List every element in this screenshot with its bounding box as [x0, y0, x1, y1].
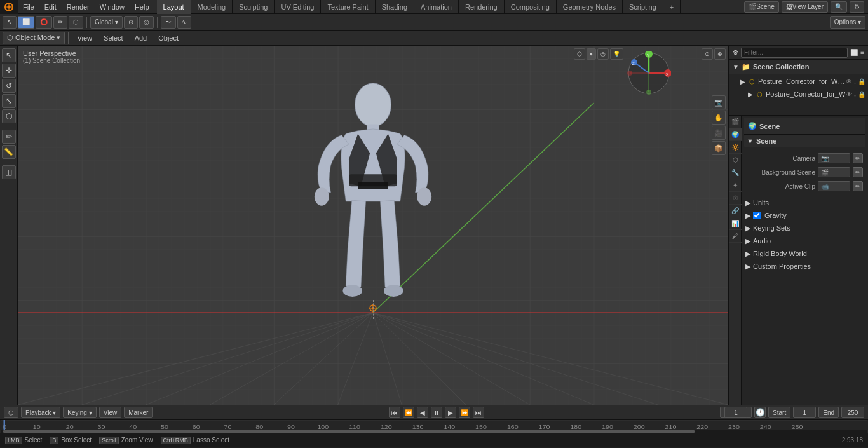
viewport-btn-box[interactable]: 📦	[712, 141, 726, 155]
misc-btn2[interactable]: ∿	[177, 16, 191, 29]
scene-selector[interactable]: 🎬 Scene	[744, 1, 778, 13]
tab-modeling[interactable]: Modeling	[191, 0, 233, 14]
rigid-body-section[interactable]: ▶ Rigid Body World	[744, 247, 865, 260]
active-clip-btn[interactable]: ✏	[853, 181, 863, 191]
tool-select[interactable]: ↖	[2, 48, 16, 62]
shading-solid[interactable]: ●	[587, 48, 596, 60]
start-frame-input[interactable]	[793, 407, 816, 418]
header-add[interactable]: Add	[130, 32, 153, 44]
select-extra-btn[interactable]: ⬡	[69, 16, 83, 29]
filter-btn[interactable]: ⚙	[850, 1, 864, 13]
select-tool-btn[interactable]: ↖	[3, 16, 17, 29]
shading-material[interactable]: ◎	[597, 48, 609, 60]
gravity-section[interactable]: ▶ Gravity	[744, 209, 865, 222]
custom-props-section[interactable]: ▶ Custom Properties	[744, 260, 865, 273]
tab-rendering[interactable]: Rendering	[459, 0, 505, 14]
item-visible-icon-0[interactable]: 👁	[846, 78, 852, 85]
shading-rendered[interactable]: 💡	[610, 48, 623, 60]
jump-start-btn[interactable]: ⏮	[389, 407, 400, 418]
tool-annotate[interactable]: ✏	[2, 130, 16, 144]
transform-type-btn[interactable]: Global ▾	[90, 16, 123, 29]
prop-tab-world[interactable]: 🔆	[729, 141, 742, 154]
units-section[interactable]: ▶ Units	[744, 196, 865, 209]
header-view[interactable]: View	[72, 32, 97, 44]
current-frame-input[interactable]: 1	[724, 407, 747, 418]
menu-render[interactable]: Render	[62, 0, 95, 14]
tab-layout[interactable]: Layout	[157, 0, 191, 14]
header-object[interactable]: Object	[153, 32, 184, 44]
viewport-3d[interactable]: User Perspective (1) Scene Collection X …	[18, 46, 728, 405]
prop-tab-physics[interactable]: ⚛	[729, 192, 742, 205]
tool-transform[interactable]: ⬡	[2, 109, 16, 123]
stop-btn[interactable]: ⏸	[431, 407, 442, 418]
tab-texture-paint[interactable]: Texture Paint	[321, 0, 375, 14]
select-lasso-btn[interactable]: ✏	[53, 16, 67, 29]
prop-tab-particles[interactable]: ✦	[729, 179, 742, 192]
tool-rotate[interactable]: ↺	[2, 79, 16, 93]
tool-add-cube[interactable]: ◫	[2, 165, 16, 179]
menu-edit[interactable]: Edit	[39, 0, 62, 14]
audio-section[interactable]: ▶ Audio	[744, 234, 865, 247]
keying-btn[interactable]: Keying ▾	[63, 407, 96, 418]
outliner-search[interactable]	[741, 48, 848, 58]
prop-tab-material[interactable]: 🖌	[729, 230, 742, 243]
active-clip-value[interactable]: 📹	[818, 181, 850, 191]
tab-sculpting[interactable]: Sculpting	[233, 0, 275, 14]
timeline-view-btn[interactable]: View	[99, 407, 122, 418]
tab-add[interactable]: +	[663, 0, 681, 14]
object-mode-dropdown[interactable]: ⬡ Object Mode ▾	[3, 32, 65, 44]
play-reverse-btn[interactable]: ◀	[417, 407, 428, 418]
end-frame-input[interactable]	[841, 407, 864, 418]
camera-value[interactable]: 📷	[818, 153, 850, 163]
top-search[interactable]: 🔍	[831, 1, 847, 13]
menu-window[interactable]: Window	[95, 0, 130, 14]
viewport-btn-camera[interactable]: 📷	[712, 95, 726, 109]
marker-btn[interactable]: Marker	[124, 407, 153, 418]
prop-tab-modifier[interactable]: 🔧	[729, 166, 742, 179]
select-box-btn[interactable]: ⬜	[18, 16, 34, 29]
select-circle-btn[interactable]: ⭕	[36, 16, 52, 29]
prop-tab-render[interactable]: 🎬	[729, 116, 742, 128]
item-lock-icon-1[interactable]: 🔒	[858, 91, 865, 98]
tool-move[interactable]: ✛	[2, 64, 16, 78]
tool-measure[interactable]: 📏	[2, 145, 16, 159]
prop-tab-scene[interactable]: 🌍	[729, 128, 742, 141]
viewport-btn-render-cam[interactable]: 🎥	[712, 126, 726, 140]
shading-wireframe[interactable]: ⬡	[574, 48, 585, 60]
tab-animation[interactable]: Animation	[414, 0, 459, 14]
step-back-btn[interactable]: ⏪	[403, 407, 414, 418]
jump-end-btn[interactable]: ⏭	[473, 407, 484, 418]
tab-geometry-nodes[interactable]: Geometry Nodes	[557, 0, 623, 14]
outliner-item-0[interactable]: ▶ ⬡ Posture_Corrector_for_Wome 👁 ↓ 🔒	[729, 75, 868, 88]
prop-tab-data[interactable]: 📊	[729, 217, 742, 230]
tab-scripting[interactable]: Scripting	[623, 0, 663, 14]
item-select-icon-1[interactable]: ↓	[853, 91, 857, 98]
step-forward-btn[interactable]: ⏩	[459, 407, 470, 418]
outliner-item-1[interactable]: ▶ ⬡ Posture_Corrector_for_W 👁 ↓ 🔒	[729, 88, 868, 100]
background-scene-value[interactable]: 🎬	[818, 167, 850, 177]
timeline-menu-btn[interactable]: ⬡	[4, 407, 18, 418]
tab-shading[interactable]: Shading	[376, 0, 414, 14]
overlay-btn[interactable]: ⊙	[702, 48, 713, 60]
item-lock-icon-0[interactable]: 🔒	[858, 78, 865, 85]
snap-btn[interactable]: ⊙	[124, 16, 138, 29]
viewport-btn-hand[interactable]: ✋	[712, 111, 726, 125]
tool-scale[interactable]: ⤡	[2, 94, 16, 108]
header-select[interactable]: Select	[98, 32, 128, 44]
menu-help[interactable]: Help	[130, 0, 154, 14]
camera-pick-btn[interactable]: ✏	[853, 153, 863, 163]
tab-compositing[interactable]: Compositing	[505, 0, 557, 14]
view-layer-selector[interactable]: 🖼 View Layer	[782, 1, 828, 13]
navigation-gizmo[interactable]: X Y Z	[627, 51, 671, 95]
gizmo-btn[interactable]: ⊕	[714, 48, 726, 60]
item-select-icon-0[interactable]: ↓	[853, 78, 857, 85]
prop-tab-object[interactable]: ⬡	[729, 154, 742, 166]
background-scene-btn[interactable]: ✏	[853, 167, 863, 177]
gravity-checkbox[interactable]	[753, 212, 761, 219]
tab-uv-editing[interactable]: UV Editing	[275, 0, 321, 14]
playback-btn[interactable]: Playback ▾	[21, 407, 60, 418]
keying-sets-section[interactable]: ▶ Keying Sets	[744, 222, 865, 234]
prop-tab-constraints[interactable]: 🔗	[729, 205, 742, 217]
menu-file[interactable]: File	[18, 0, 39, 14]
play-btn[interactable]: ▶	[445, 407, 456, 418]
